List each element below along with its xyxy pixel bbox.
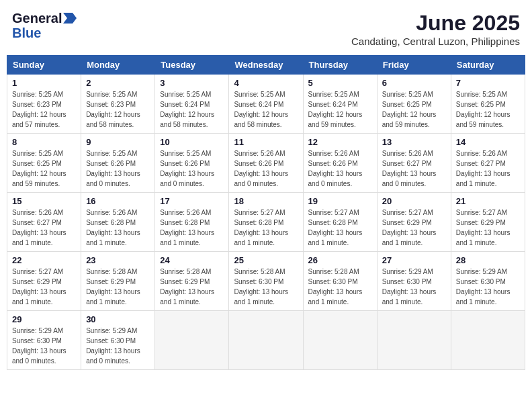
- day-number: 24: [160, 255, 224, 265]
- calendar-cell: 21Sunrise: 5:27 AMSunset: 6:29 PMDayligh…: [451, 193, 525, 252]
- day-number: 5: [308, 78, 372, 88]
- weekday-header-tuesday: Tuesday: [155, 56, 229, 75]
- day-number: 9: [86, 137, 150, 147]
- calendar-cell: 17Sunrise: 5:26 AMSunset: 6:28 PMDayligh…: [155, 193, 229, 252]
- logo-blue: Blue: [12, 26, 77, 40]
- day-number: 3: [160, 78, 224, 88]
- calendar-cell: 19Sunrise: 5:27 AMSunset: 6:28 PMDayligh…: [303, 193, 377, 252]
- day-number: 14: [456, 137, 520, 147]
- day-number: 2: [86, 78, 150, 88]
- day-info: Sunrise: 5:25 AMSunset: 6:23 PMDaylight:…: [86, 89, 150, 130]
- weekday-header-thursday: Thursday: [303, 56, 377, 75]
- day-info: Sunrise: 5:29 AMSunset: 6:30 PMDaylight:…: [12, 326, 76, 366]
- calendar-cell: 26Sunrise: 5:28 AMSunset: 6:30 PMDayligh…: [303, 252, 377, 311]
- calendar-cell: 10Sunrise: 5:25 AMSunset: 6:26 PMDayligh…: [155, 134, 229, 193]
- day-info: Sunrise: 5:25 AMSunset: 6:26 PMDaylight:…: [160, 148, 224, 189]
- month-year: June 2025: [351, 11, 520, 36]
- day-info: Sunrise: 5:28 AMSunset: 6:29 PMDaylight:…: [160, 267, 224, 307]
- logo: General Blue: [12, 11, 77, 40]
- calendar-week-5: 29Sunrise: 5:29 AMSunset: 6:30 PMDayligh…: [7, 311, 525, 370]
- calendar-cell: 3Sunrise: 5:25 AMSunset: 6:24 PMDaylight…: [155, 75, 229, 134]
- day-number: 8: [12, 137, 76, 147]
- calendar-cell: 20Sunrise: 5:27 AMSunset: 6:29 PMDayligh…: [377, 193, 451, 252]
- calendar-cell: 14Sunrise: 5:26 AMSunset: 6:27 PMDayligh…: [451, 134, 525, 193]
- calendar-cell: 16Sunrise: 5:26 AMSunset: 6:28 PMDayligh…: [81, 193, 155, 252]
- location: Candating, Central Luzon, Philippines: [351, 36, 520, 47]
- calendar-cell: 8Sunrise: 5:25 AMSunset: 6:25 PMDaylight…: [7, 134, 81, 193]
- calendar-cell: 30Sunrise: 5:29 AMSunset: 6:30 PMDayligh…: [81, 311, 155, 370]
- weekday-header-sunday: Sunday: [7, 56, 81, 75]
- day-info: Sunrise: 5:26 AMSunset: 6:26 PMDaylight:…: [234, 148, 298, 189]
- calendar-cell: 25Sunrise: 5:28 AMSunset: 6:30 PMDayligh…: [229, 252, 303, 311]
- day-number: 20: [382, 196, 446, 206]
- day-number: 15: [12, 196, 76, 206]
- day-number: 12: [308, 137, 372, 147]
- calendar-cell: 12Sunrise: 5:26 AMSunset: 6:26 PMDayligh…: [303, 134, 377, 193]
- day-info: Sunrise: 5:27 AMSunset: 6:28 PMDaylight:…: [308, 208, 372, 248]
- day-info: Sunrise: 5:25 AMSunset: 6:24 PMDaylight:…: [234, 89, 298, 130]
- day-info: Sunrise: 5:26 AMSunset: 6:27 PMDaylight:…: [456, 148, 520, 189]
- day-info: Sunrise: 5:25 AMSunset: 6:24 PMDaylight:…: [160, 89, 224, 130]
- day-info: Sunrise: 5:25 AMSunset: 6:25 PMDaylight:…: [456, 89, 520, 130]
- calendar-cell: 28Sunrise: 5:29 AMSunset: 6:30 PMDayligh…: [451, 252, 525, 311]
- weekday-header-saturday: Saturday: [451, 56, 525, 75]
- day-number: 26: [308, 255, 372, 265]
- calendar-cell: [451, 311, 525, 370]
- day-number: 19: [308, 196, 372, 206]
- calendar-cell: 5Sunrise: 5:25 AMSunset: 6:24 PMDaylight…: [303, 75, 377, 134]
- calendar-week-1: 1Sunrise: 5:25 AMSunset: 6:23 PMDaylight…: [7, 75, 525, 134]
- day-info: Sunrise: 5:25 AMSunset: 6:24 PMDaylight:…: [308, 89, 372, 130]
- day-info: Sunrise: 5:26 AMSunset: 6:27 PMDaylight:…: [12, 208, 76, 248]
- calendar-cell: 4Sunrise: 5:25 AMSunset: 6:24 PMDaylight…: [229, 75, 303, 134]
- day-info: Sunrise: 5:25 AMSunset: 6:25 PMDaylight:…: [382, 89, 446, 130]
- svg-marker-0: [63, 13, 77, 24]
- day-info: Sunrise: 5:26 AMSunset: 6:28 PMDaylight:…: [160, 208, 224, 248]
- day-info: Sunrise: 5:26 AMSunset: 6:26 PMDaylight:…: [308, 148, 372, 189]
- calendar-cell: 29Sunrise: 5:29 AMSunset: 6:30 PMDayligh…: [7, 311, 81, 370]
- day-info: Sunrise: 5:27 AMSunset: 6:29 PMDaylight:…: [382, 208, 446, 248]
- page-header: General Blue June 2025 Candating, Centra…: [7, 7, 525, 51]
- calendar-cell: [377, 311, 451, 370]
- day-info: Sunrise: 5:25 AMSunset: 6:26 PMDaylight:…: [86, 148, 150, 189]
- calendar-cell: 11Sunrise: 5:26 AMSunset: 6:26 PMDayligh…: [229, 134, 303, 193]
- day-info: Sunrise: 5:26 AMSunset: 6:28 PMDaylight:…: [86, 208, 150, 248]
- weekday-header-row: SundayMondayTuesdayWednesdayThursdayFrid…: [7, 56, 525, 75]
- weekday-header-monday: Monday: [81, 56, 155, 75]
- day-info: Sunrise: 5:25 AMSunset: 6:25 PMDaylight:…: [12, 148, 76, 189]
- calendar-cell: 15Sunrise: 5:26 AMSunset: 6:27 PMDayligh…: [7, 193, 81, 252]
- day-number: 11: [234, 137, 298, 147]
- day-info: Sunrise: 5:27 AMSunset: 6:29 PMDaylight:…: [12, 267, 76, 307]
- calendar-cell: 9Sunrise: 5:25 AMSunset: 6:26 PMDaylight…: [81, 134, 155, 193]
- day-number: 16: [86, 196, 150, 206]
- calendar-week-3: 15Sunrise: 5:26 AMSunset: 6:27 PMDayligh…: [7, 193, 525, 252]
- calendar-week-4: 22Sunrise: 5:27 AMSunset: 6:29 PMDayligh…: [7, 252, 525, 311]
- day-number: 23: [86, 255, 150, 265]
- weekday-header-friday: Friday: [377, 56, 451, 75]
- day-number: 25: [234, 255, 298, 265]
- day-number: 29: [12, 314, 76, 324]
- day-info: Sunrise: 5:25 AMSunset: 6:23 PMDaylight:…: [12, 89, 76, 130]
- day-number: 7: [456, 78, 520, 88]
- day-info: Sunrise: 5:29 AMSunset: 6:30 PMDaylight:…: [86, 326, 150, 366]
- day-number: 1: [12, 78, 76, 88]
- day-info: Sunrise: 5:26 AMSunset: 6:27 PMDaylight:…: [382, 148, 446, 189]
- day-number: 28: [456, 255, 520, 265]
- logo-general: General: [12, 11, 62, 26]
- title-area: June 2025 Candating, Central Luzon, Phil…: [351, 11, 520, 47]
- day-number: 13: [382, 137, 446, 147]
- day-info: Sunrise: 5:29 AMSunset: 6:30 PMDaylight:…: [456, 267, 520, 307]
- day-number: 6: [382, 78, 446, 88]
- calendar-cell: [303, 311, 377, 370]
- calendar-cell: 18Sunrise: 5:27 AMSunset: 6:28 PMDayligh…: [229, 193, 303, 252]
- day-info: Sunrise: 5:29 AMSunset: 6:30 PMDaylight:…: [382, 267, 446, 307]
- logo-icon: [63, 13, 77, 24]
- day-number: 10: [160, 137, 224, 147]
- day-info: Sunrise: 5:28 AMSunset: 6:29 PMDaylight:…: [86, 267, 150, 307]
- weekday-header-wednesday: Wednesday: [229, 56, 303, 75]
- day-number: 27: [382, 255, 446, 265]
- day-info: Sunrise: 5:28 AMSunset: 6:30 PMDaylight:…: [234, 267, 298, 307]
- calendar-cell: 2Sunrise: 5:25 AMSunset: 6:23 PMDaylight…: [81, 75, 155, 134]
- day-number: 22: [12, 255, 76, 265]
- day-info: Sunrise: 5:27 AMSunset: 6:28 PMDaylight:…: [234, 208, 298, 248]
- calendar-cell: [155, 311, 229, 370]
